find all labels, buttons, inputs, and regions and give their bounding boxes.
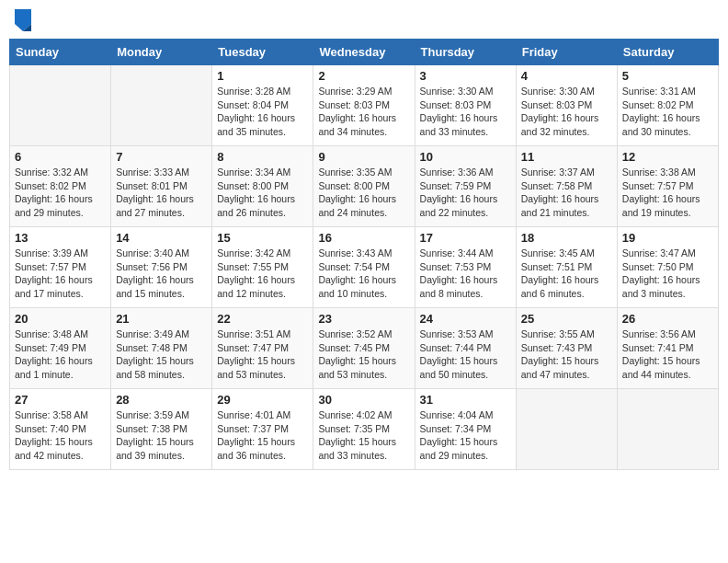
day-info: Sunrise: 3:59 AM Sunset: 7:38 PM Dayligh… <box>116 408 207 463</box>
calendar-cell: 31Sunrise: 4:04 AM Sunset: 7:34 PM Dayli… <box>415 389 516 470</box>
calendar-header-tuesday: Tuesday <box>212 40 313 65</box>
calendar-header-sunday: Sunday <box>10 40 111 65</box>
calendar-cell: 26Sunrise: 3:56 AM Sunset: 7:41 PM Dayli… <box>617 308 718 389</box>
calendar-header-friday: Friday <box>516 40 617 65</box>
day-number: 16 <box>318 231 409 245</box>
day-number: 30 <box>318 393 409 407</box>
day-number: 22 <box>217 312 308 326</box>
calendar-cell <box>617 389 718 470</box>
day-info: Sunrise: 3:30 AM Sunset: 8:03 PM Dayligh… <box>521 85 612 139</box>
day-number: 15 <box>217 231 308 245</box>
calendar-cell: 3Sunrise: 3:30 AM Sunset: 8:03 PM Daylig… <box>415 65 516 146</box>
day-number: 2 <box>318 69 409 83</box>
day-info: Sunrise: 3:30 AM Sunset: 8:03 PM Dayligh… <box>420 85 511 139</box>
day-number: 29 <box>217 393 308 407</box>
day-info: Sunrise: 3:31 AM Sunset: 8:02 PM Dayligh… <box>622 85 713 139</box>
day-number: 20 <box>15 312 106 326</box>
calendar-cell: 22Sunrise: 3:51 AM Sunset: 7:47 PM Dayli… <box>212 308 313 389</box>
day-info: Sunrise: 3:55 AM Sunset: 7:43 PM Dayligh… <box>521 327 612 382</box>
day-number: 17 <box>420 231 511 245</box>
day-number: 14 <box>116 231 207 245</box>
page-header <box>9 9 719 31</box>
day-info: Sunrise: 3:33 AM Sunset: 8:01 PM Dayligh… <box>116 166 207 220</box>
day-number: 12 <box>622 150 713 164</box>
calendar-cell: 19Sunrise: 3:47 AM Sunset: 7:50 PM Dayli… <box>617 227 718 308</box>
day-number: 27 <box>15 393 106 407</box>
calendar-cell: 14Sunrise: 3:40 AM Sunset: 7:56 PM Dayli… <box>111 227 212 308</box>
day-info: Sunrise: 4:04 AM Sunset: 7:34 PM Dayligh… <box>420 408 511 463</box>
calendar-cell: 9Sunrise: 3:35 AM Sunset: 8:00 PM Daylig… <box>313 146 415 227</box>
day-number: 18 <box>521 231 612 245</box>
day-number: 26 <box>622 312 713 326</box>
day-number: 10 <box>420 150 511 164</box>
calendar-header-monday: Monday <box>111 40 212 65</box>
calendar-week-row: 27Sunrise: 3:58 AM Sunset: 7:40 PM Dayli… <box>10 389 719 470</box>
day-info: Sunrise: 4:02 AM Sunset: 7:35 PM Dayligh… <box>318 408 409 463</box>
day-number: 1 <box>217 69 308 83</box>
calendar-cell: 2Sunrise: 3:29 AM Sunset: 8:03 PM Daylig… <box>313 65 415 146</box>
calendar-cell: 8Sunrise: 3:34 AM Sunset: 8:00 PM Daylig… <box>212 146 313 227</box>
calendar-cell: 29Sunrise: 4:01 AM Sunset: 7:37 PM Dayli… <box>212 389 313 470</box>
day-info: Sunrise: 3:51 AM Sunset: 7:47 PM Dayligh… <box>217 327 308 382</box>
calendar-cell: 17Sunrise: 3:44 AM Sunset: 7:53 PM Dayli… <box>415 227 516 308</box>
day-number: 9 <box>318 150 409 164</box>
calendar-header-saturday: Saturday <box>617 40 718 65</box>
day-number: 3 <box>420 69 511 83</box>
day-number: 6 <box>15 150 106 164</box>
calendar-cell: 11Sunrise: 3:37 AM Sunset: 7:58 PM Dayli… <box>516 146 617 227</box>
day-info: Sunrise: 3:44 AM Sunset: 7:53 PM Dayligh… <box>420 247 511 301</box>
day-number: 8 <box>217 150 308 164</box>
calendar-cell: 5Sunrise: 3:31 AM Sunset: 8:02 PM Daylig… <box>617 65 718 146</box>
day-number: 28 <box>116 393 207 407</box>
day-info: Sunrise: 3:29 AM Sunset: 8:03 PM Dayligh… <box>318 85 409 139</box>
calendar-table: SundayMondayTuesdayWednesdayThursdayFrid… <box>9 39 719 470</box>
day-number: 19 <box>622 231 713 245</box>
calendar-cell: 30Sunrise: 4:02 AM Sunset: 7:35 PM Dayli… <box>313 389 415 470</box>
calendar-week-row: 13Sunrise: 3:39 AM Sunset: 7:57 PM Dayli… <box>10 227 719 308</box>
calendar-header-wednesday: Wednesday <box>313 40 415 65</box>
day-number: 21 <box>116 312 207 326</box>
calendar-header-row: SundayMondayTuesdayWednesdayThursdayFrid… <box>10 40 719 65</box>
day-number: 24 <box>420 312 511 326</box>
calendar-header-thursday: Thursday <box>415 40 516 65</box>
calendar-cell: 27Sunrise: 3:58 AM Sunset: 7:40 PM Dayli… <box>10 389 111 470</box>
day-number: 13 <box>15 231 106 245</box>
calendar-cell: 15Sunrise: 3:42 AM Sunset: 7:55 PM Dayli… <box>212 227 313 308</box>
calendar-cell: 28Sunrise: 3:59 AM Sunset: 7:38 PM Dayli… <box>111 389 212 470</box>
day-info: Sunrise: 3:34 AM Sunset: 8:00 PM Dayligh… <box>217 166 308 220</box>
calendar-cell: 1Sunrise: 3:28 AM Sunset: 8:04 PM Daylig… <box>212 65 313 146</box>
calendar-week-row: 6Sunrise: 3:32 AM Sunset: 8:02 PM Daylig… <box>10 146 719 227</box>
day-info: Sunrise: 3:53 AM Sunset: 7:44 PM Dayligh… <box>420 327 511 382</box>
day-number: 4 <box>521 69 612 83</box>
logo-icon <box>15 9 31 31</box>
calendar-cell <box>10 65 111 146</box>
day-info: Sunrise: 3:48 AM Sunset: 7:49 PM Dayligh… <box>15 327 106 382</box>
calendar-cell: 13Sunrise: 3:39 AM Sunset: 7:57 PM Dayli… <box>10 227 111 308</box>
calendar-cell: 6Sunrise: 3:32 AM Sunset: 8:02 PM Daylig… <box>10 146 111 227</box>
calendar-cell: 16Sunrise: 3:43 AM Sunset: 7:54 PM Dayli… <box>313 227 415 308</box>
calendar-cell: 21Sunrise: 3:49 AM Sunset: 7:48 PM Dayli… <box>111 308 212 389</box>
calendar-cell: 7Sunrise: 3:33 AM Sunset: 8:01 PM Daylig… <box>111 146 212 227</box>
calendar-cell <box>111 65 212 146</box>
calendar-cell: 18Sunrise: 3:45 AM Sunset: 7:51 PM Dayli… <box>516 227 617 308</box>
day-number: 5 <box>622 69 713 83</box>
day-number: 23 <box>318 312 409 326</box>
day-info: Sunrise: 3:43 AM Sunset: 7:54 PM Dayligh… <box>318 247 409 301</box>
day-info: Sunrise: 3:35 AM Sunset: 8:00 PM Dayligh… <box>318 166 409 220</box>
calendar-cell: 20Sunrise: 3:48 AM Sunset: 7:49 PM Dayli… <box>10 308 111 389</box>
calendar-cell: 12Sunrise: 3:38 AM Sunset: 7:57 PM Dayli… <box>617 146 718 227</box>
day-info: Sunrise: 3:42 AM Sunset: 7:55 PM Dayligh… <box>217 247 308 301</box>
day-info: Sunrise: 3:45 AM Sunset: 7:51 PM Dayligh… <box>521 247 612 301</box>
day-info: Sunrise: 3:37 AM Sunset: 7:58 PM Dayligh… <box>521 166 612 220</box>
day-info: Sunrise: 3:39 AM Sunset: 7:57 PM Dayligh… <box>15 247 106 301</box>
day-info: Sunrise: 3:56 AM Sunset: 7:41 PM Dayligh… <box>622 327 713 382</box>
day-info: Sunrise: 3:47 AM Sunset: 7:50 PM Dayligh… <box>622 247 713 301</box>
day-number: 31 <box>420 393 511 407</box>
calendar-week-row: 20Sunrise: 3:48 AM Sunset: 7:49 PM Dayli… <box>10 308 719 389</box>
day-number: 11 <box>521 150 612 164</box>
logo <box>13 9 31 31</box>
day-info: Sunrise: 3:58 AM Sunset: 7:40 PM Dayligh… <box>15 408 106 463</box>
calendar-cell: 25Sunrise: 3:55 AM Sunset: 7:43 PM Dayli… <box>516 308 617 389</box>
day-info: Sunrise: 3:52 AM Sunset: 7:45 PM Dayligh… <box>318 327 409 382</box>
day-number: 7 <box>116 150 207 164</box>
